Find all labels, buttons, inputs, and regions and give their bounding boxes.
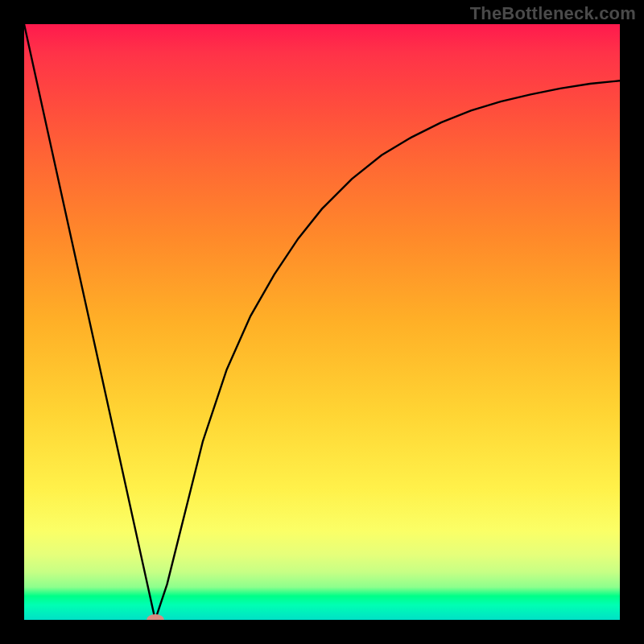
curve-path [24,24,620,620]
optimum-marker [147,614,164,620]
attribution-text: TheBottleneck.com [470,3,636,24]
bottleneck-curve [24,24,620,620]
chart-frame: TheBottleneck.com [0,0,644,644]
plot-area [24,24,620,620]
